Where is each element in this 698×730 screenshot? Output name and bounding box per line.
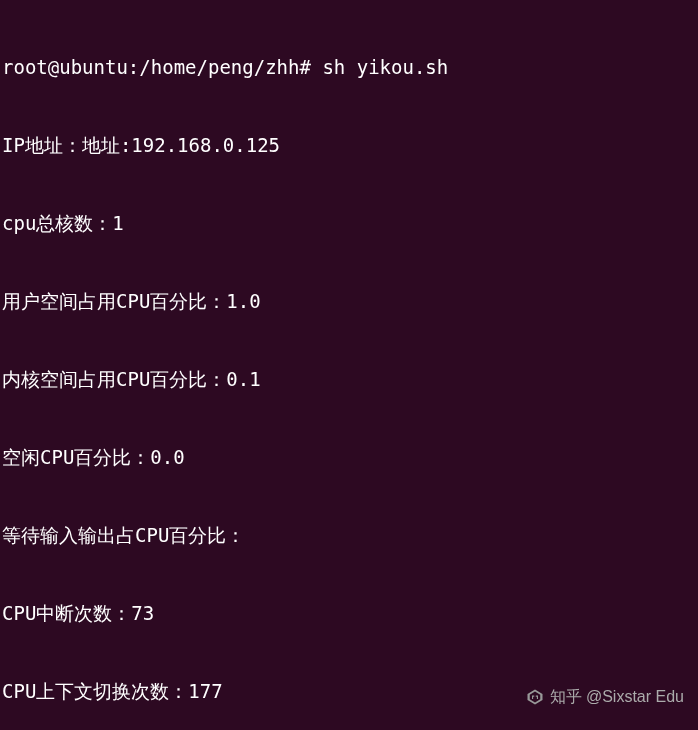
prompt-path: /home/peng/zhh	[139, 56, 299, 78]
watermark: 知乎 @Sixstar Edu	[526, 686, 685, 708]
prompt-line: root@ubuntu:/home/peng/zhh# sh yikou.sh	[2, 54, 696, 80]
zhihu-icon	[526, 688, 544, 706]
prompt-user: root	[2, 56, 48, 78]
output-line: cpu总核数：1	[2, 210, 696, 236]
output-line: 用户空间占用CPU百分比：1.0	[2, 288, 696, 314]
prompt-command: sh yikou.sh	[322, 56, 448, 78]
output-line: 等待输入输出占CPU百分比：	[2, 522, 696, 548]
prompt-symbol: #	[299, 56, 310, 78]
output-line: 空闲CPU百分比：0.0	[2, 444, 696, 470]
output-line: CPU中断次数：73	[2, 600, 696, 626]
output-line: IP地址：地址:192.168.0.125	[2, 132, 696, 158]
output-line: 内核空间占用CPU百分比：0.1	[2, 366, 696, 392]
watermark-text: 知乎 @Sixstar Edu	[550, 686, 685, 708]
terminal-output[interactable]: root@ubuntu:/home/peng/zhh# sh yikou.sh …	[2, 2, 696, 730]
prompt-host: ubuntu	[59, 56, 128, 78]
